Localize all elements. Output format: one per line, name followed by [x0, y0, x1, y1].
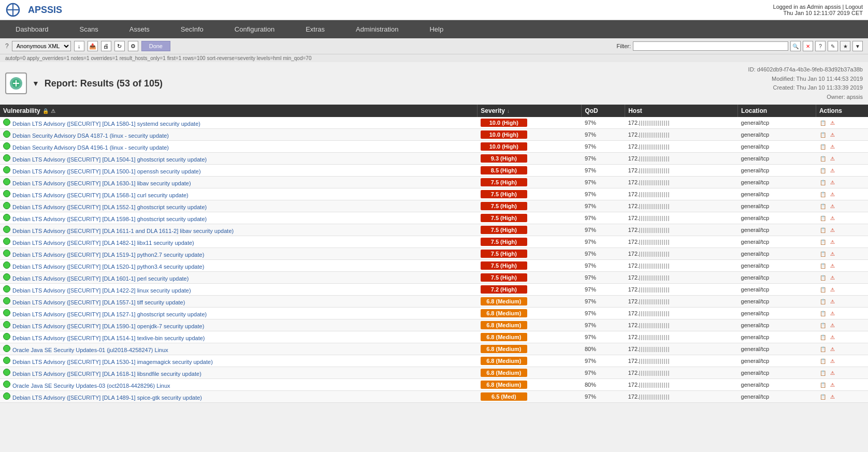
nav-item-scans[interactable]: Scans	[64, 20, 114, 38]
vulnerability-link[interactable]: Debian LTS Advisory ([SECURITY] [DLA 153…	[12, 359, 213, 365]
action-details-icon[interactable]: 📋	[819, 190, 827, 198]
action-override-icon[interactable]: ⚠	[828, 130, 836, 139]
vulnerability-link[interactable]: Debian Security Advisory DSA 4187-1 (lin…	[12, 133, 169, 139]
filter-help-icon[interactable]: ?	[815, 41, 826, 51]
refresh-button[interactable]: ↻	[114, 41, 125, 51]
action-details-icon[interactable]: 📋	[819, 333, 827, 341]
filter-input[interactable]	[633, 41, 788, 51]
action-details-icon[interactable]: 📋	[819, 214, 827, 222]
action-override-icon[interactable]: ⚠	[828, 369, 836, 377]
action-details-icon[interactable]: 📋	[819, 369, 827, 377]
vulnerability-link[interactable]: Debian LTS Advisory ([SECURITY] [DLA 158…	[12, 121, 200, 127]
vulnerability-link[interactable]: Debian LTS Advisory ([SECURITY] [DLA 152…	[12, 264, 204, 270]
download-button[interactable]: ↓	[74, 41, 84, 51]
action-details-icon[interactable]: 📋	[819, 130, 827, 139]
print-button[interactable]: 🖨	[101, 41, 111, 51]
action-details-icon[interactable]: 📋	[819, 238, 827, 246]
action-details-icon[interactable]: 📋	[819, 119, 827, 127]
vulnerability-link[interactable]: Debian LTS Advisory ([SECURITY] [DLA 155…	[12, 299, 185, 305]
vulnerability-link[interactable]: Oracle Java SE Security Updates-03 (oct2…	[12, 383, 170, 389]
vulnerability-link[interactable]: Debian LTS Advisory ([SECURITY] [DLA 152…	[12, 311, 207, 317]
nav-item-administration[interactable]: Administration	[340, 20, 414, 38]
action-override-icon[interactable]: ⚠	[828, 178, 836, 186]
action-override-icon[interactable]: ⚠	[828, 309, 836, 317]
action-override-icon[interactable]: ⚠	[828, 273, 836, 282]
action-details-icon[interactable]: 📋	[819, 166, 827, 174]
action-details-icon[interactable]: 📋	[819, 261, 827, 270]
action-override-icon[interactable]: ⚠	[828, 142, 836, 151]
action-override-icon[interactable]: ⚠	[828, 321, 836, 329]
action-override-icon[interactable]: ⚠	[828, 357, 836, 365]
th-vuln-icon2[interactable]: ⚠	[51, 108, 55, 114]
action-details-icon[interactable]: 📋	[819, 392, 827, 401]
vulnerability-link[interactable]: Debian LTS Advisory ([SECURITY] [DLA 156…	[12, 192, 189, 198]
nav-item-help[interactable]: Help	[414, 20, 459, 38]
vulnerability-link[interactable]: Debian LTS Advisory ([SECURITY] [DLA 148…	[12, 240, 194, 246]
nav-item-secinfo[interactable]: SecInfo	[165, 20, 219, 38]
done-button[interactable]: Done	[141, 41, 170, 51]
vulnerability-link[interactable]: Debian LTS Advisory ([SECURITY] [DLA 150…	[12, 168, 201, 174]
action-details-icon[interactable]: 📋	[819, 309, 827, 317]
vulnerability-link[interactable]: Debian LTS Advisory ([SECURITY] [DLA 142…	[12, 287, 191, 294]
vulnerability-link[interactable]: Debian LTS Advisory ([SECURITY] [DLA 151…	[12, 252, 204, 258]
action-override-icon[interactable]: ⚠	[828, 226, 836, 234]
action-override-icon[interactable]: ⚠	[828, 250, 836, 258]
action-override-icon[interactable]: ⚠	[828, 190, 836, 198]
report-format-select[interactable]: Anonymous XML	[12, 41, 71, 51]
vulnerability-link[interactable]: Debian LTS Advisory ([SECURITY] [DLA 161…	[12, 371, 201, 377]
action-details-icon[interactable]: 📋	[819, 154, 827, 163]
vulnerability-link[interactable]: Debian LTS Advisory ([SECURITY] [DLA 150…	[12, 156, 207, 163]
vulnerability-link[interactable]: Debian LTS Advisory ([SECURITY] [DLA 159…	[12, 216, 207, 222]
action-override-icon[interactable]: ⚠	[828, 392, 836, 401]
action-details-icon[interactable]: 📋	[819, 357, 827, 365]
vulnerability-link[interactable]: Debian LTS Advisory ([SECURITY] [DLA 148…	[12, 395, 202, 401]
vulnerability-link[interactable]: Debian LTS Advisory ([SECURITY] [DLA 161…	[12, 228, 234, 234]
vulnerability-link[interactable]: Debian LTS Advisory ([SECURITY] [DLA 159…	[12, 323, 204, 329]
action-override-icon[interactable]: ⚠	[828, 333, 836, 341]
action-override-icon[interactable]: ⚠	[828, 381, 836, 389]
filter-apply-icon[interactable]: 🔍	[790, 41, 801, 51]
vulnerability-link[interactable]: Debian LTS Advisory ([SECURITY] [DLA 160…	[12, 275, 189, 282]
action-override-icon[interactable]: ⚠	[828, 202, 836, 210]
action-override-icon[interactable]: ⚠	[828, 214, 836, 222]
action-details-icon[interactable]: 📋	[819, 202, 827, 210]
action-override-icon[interactable]: ⚠	[828, 154, 836, 163]
action-details-icon[interactable]: 📋	[819, 178, 827, 186]
vulnerability-link[interactable]: Debian LTS Advisory ([SECURITY] [DLA 163…	[12, 180, 191, 186]
action-details-icon[interactable]: 📋	[819, 250, 827, 258]
th-sev-icon[interactable]: ↓	[507, 108, 510, 114]
action-override-icon[interactable]: ⚠	[828, 238, 836, 246]
nav-item-extras[interactable]: Extras	[290, 20, 340, 38]
action-details-icon[interactable]: 📋	[819, 273, 827, 282]
nav-item-configuration[interactable]: Configuration	[219, 20, 290, 38]
vulnerability-link[interactable]: Oracle Java SE Security Updates-01 (jul2…	[12, 347, 168, 353]
action-override-icon[interactable]: ⚠	[828, 297, 836, 305]
export-button[interactable]: 📤	[88, 41, 98, 51]
nav-item-assets[interactable]: Assets	[114, 20, 165, 38]
vulnerability-link[interactable]: Debian LTS Advisory ([SECURITY] [DLA 155…	[12, 204, 207, 210]
th-vuln-icon1[interactable]: 🔒	[42, 108, 49, 114]
action-details-icon[interactable]: 📋	[819, 297, 827, 305]
filter-dropdown-icon[interactable]: ▼	[852, 41, 863, 51]
user-info: Logged in as Admin apssis | Logout Thu J…	[773, 4, 863, 16]
vulnerability-link[interactable]: Debian LTS Advisory ([SECURITY] [DLA 151…	[12, 335, 205, 341]
filter-star-icon[interactable]: ★	[840, 41, 850, 51]
action-override-icon[interactable]: ⚠	[828, 285, 836, 294]
action-details-icon[interactable]: 📋	[819, 381, 827, 389]
action-override-icon[interactable]: ⚠	[828, 166, 836, 174]
action-override-icon[interactable]: ⚠	[828, 261, 836, 270]
action-details-icon[interactable]: 📋	[819, 285, 827, 294]
action-details-icon[interactable]: 📋	[819, 321, 827, 329]
action-override-icon[interactable]: ⚠	[828, 345, 836, 353]
action-details-icon[interactable]: 📋	[819, 345, 827, 353]
action-details-icon[interactable]: 📋	[819, 142, 827, 151]
filter-clear-icon[interactable]: ✕	[803, 41, 813, 51]
settings-button[interactable]: ⚙	[128, 41, 138, 51]
vulnerability-link[interactable]: Debian Security Advisory DSA 4196-1 (lin…	[12, 144, 169, 151]
filter-edit-icon[interactable]: ✎	[828, 41, 838, 51]
action-details-icon[interactable]: 📋	[819, 226, 827, 234]
actions-cell: 📋⚠	[816, 343, 868, 355]
report-dropdown-icon[interactable]: ▼	[32, 79, 39, 88]
nav-item-dashboard[interactable]: Dashboard	[0, 20, 64, 38]
action-override-icon[interactable]: ⚠	[828, 119, 836, 127]
